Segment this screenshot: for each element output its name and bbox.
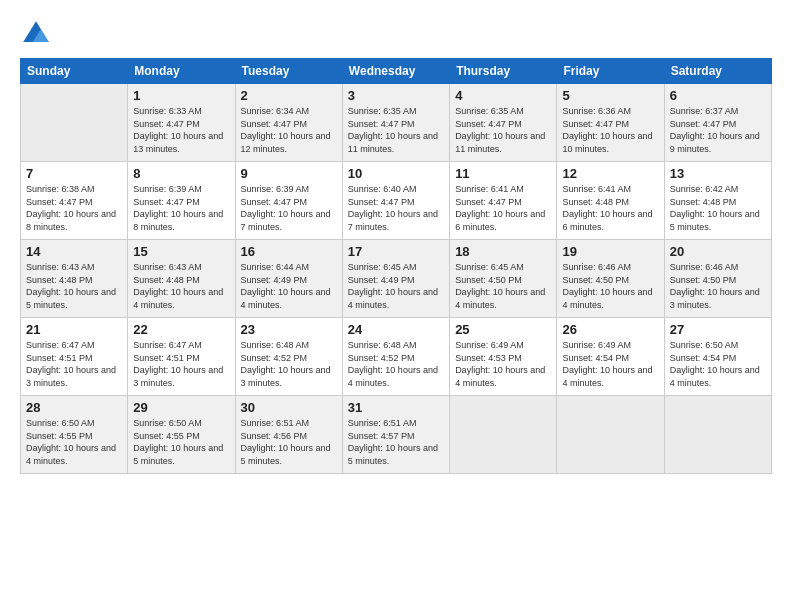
day-info: Sunrise: 6:37 AMSunset: 4:47 PMDaylight:…	[670, 105, 766, 155]
calendar-cell: 4Sunrise: 6:35 AMSunset: 4:47 PMDaylight…	[450, 84, 557, 162]
calendar-cell: 28Sunrise: 6:50 AMSunset: 4:55 PMDayligh…	[21, 396, 128, 474]
day-number: 4	[455, 88, 551, 103]
day-number: 8	[133, 166, 229, 181]
calendar-cell: 12Sunrise: 6:41 AMSunset: 4:48 PMDayligh…	[557, 162, 664, 240]
calendar-cell: 31Sunrise: 6:51 AMSunset: 4:57 PMDayligh…	[342, 396, 449, 474]
day-info: Sunrise: 6:36 AMSunset: 4:47 PMDaylight:…	[562, 105, 658, 155]
day-number: 2	[241, 88, 337, 103]
day-number: 31	[348, 400, 444, 415]
day-info: Sunrise: 6:39 AMSunset: 4:47 PMDaylight:…	[241, 183, 337, 233]
calendar-cell: 10Sunrise: 6:40 AMSunset: 4:47 PMDayligh…	[342, 162, 449, 240]
day-info: Sunrise: 6:46 AMSunset: 4:50 PMDaylight:…	[670, 261, 766, 311]
day-info: Sunrise: 6:47 AMSunset: 4:51 PMDaylight:…	[26, 339, 122, 389]
calendar-cell	[664, 396, 771, 474]
day-info: Sunrise: 6:41 AMSunset: 4:48 PMDaylight:…	[562, 183, 658, 233]
calendar-cell: 19Sunrise: 6:46 AMSunset: 4:50 PMDayligh…	[557, 240, 664, 318]
day-number: 15	[133, 244, 229, 259]
calendar-cell: 29Sunrise: 6:50 AMSunset: 4:55 PMDayligh…	[128, 396, 235, 474]
day-info: Sunrise: 6:49 AMSunset: 4:53 PMDaylight:…	[455, 339, 551, 389]
day-number: 28	[26, 400, 122, 415]
calendar-cell: 15Sunrise: 6:43 AMSunset: 4:48 PMDayligh…	[128, 240, 235, 318]
logo-icon	[20, 18, 52, 50]
day-number: 13	[670, 166, 766, 181]
calendar-cell: 27Sunrise: 6:50 AMSunset: 4:54 PMDayligh…	[664, 318, 771, 396]
calendar-week-row: 21Sunrise: 6:47 AMSunset: 4:51 PMDayligh…	[21, 318, 772, 396]
calendar-cell: 7Sunrise: 6:38 AMSunset: 4:47 PMDaylight…	[21, 162, 128, 240]
calendar-cell: 20Sunrise: 6:46 AMSunset: 4:50 PMDayligh…	[664, 240, 771, 318]
day-info: Sunrise: 6:47 AMSunset: 4:51 PMDaylight:…	[133, 339, 229, 389]
calendar-cell	[450, 396, 557, 474]
header-wednesday: Wednesday	[342, 59, 449, 84]
day-number: 11	[455, 166, 551, 181]
day-number: 12	[562, 166, 658, 181]
day-number: 25	[455, 322, 551, 337]
calendar-cell: 23Sunrise: 6:48 AMSunset: 4:52 PMDayligh…	[235, 318, 342, 396]
header-saturday: Saturday	[664, 59, 771, 84]
day-info: Sunrise: 6:46 AMSunset: 4:50 PMDaylight:…	[562, 261, 658, 311]
calendar-week-row: 14Sunrise: 6:43 AMSunset: 4:48 PMDayligh…	[21, 240, 772, 318]
day-info: Sunrise: 6:43 AMSunset: 4:48 PMDaylight:…	[26, 261, 122, 311]
calendar-cell: 2Sunrise: 6:34 AMSunset: 4:47 PMDaylight…	[235, 84, 342, 162]
logo	[20, 18, 56, 50]
day-info: Sunrise: 6:45 AMSunset: 4:50 PMDaylight:…	[455, 261, 551, 311]
day-number: 5	[562, 88, 658, 103]
day-number: 22	[133, 322, 229, 337]
header	[20, 18, 772, 50]
calendar-header-row: SundayMondayTuesdayWednesdayThursdayFrid…	[21, 59, 772, 84]
day-number: 10	[348, 166, 444, 181]
calendar-cell: 9Sunrise: 6:39 AMSunset: 4:47 PMDaylight…	[235, 162, 342, 240]
day-info: Sunrise: 6:34 AMSunset: 4:47 PMDaylight:…	[241, 105, 337, 155]
day-info: Sunrise: 6:51 AMSunset: 4:57 PMDaylight:…	[348, 417, 444, 467]
calendar-cell: 25Sunrise: 6:49 AMSunset: 4:53 PMDayligh…	[450, 318, 557, 396]
day-number: 27	[670, 322, 766, 337]
calendar-cell: 22Sunrise: 6:47 AMSunset: 4:51 PMDayligh…	[128, 318, 235, 396]
header-thursday: Thursday	[450, 59, 557, 84]
day-number: 26	[562, 322, 658, 337]
day-info: Sunrise: 6:50 AMSunset: 4:55 PMDaylight:…	[133, 417, 229, 467]
calendar-cell: 11Sunrise: 6:41 AMSunset: 4:47 PMDayligh…	[450, 162, 557, 240]
header-friday: Friday	[557, 59, 664, 84]
day-number: 14	[26, 244, 122, 259]
day-number: 20	[670, 244, 766, 259]
calendar-cell: 30Sunrise: 6:51 AMSunset: 4:56 PMDayligh…	[235, 396, 342, 474]
day-info: Sunrise: 6:50 AMSunset: 4:55 PMDaylight:…	[26, 417, 122, 467]
day-info: Sunrise: 6:44 AMSunset: 4:49 PMDaylight:…	[241, 261, 337, 311]
day-info: Sunrise: 6:45 AMSunset: 4:49 PMDaylight:…	[348, 261, 444, 311]
day-info: Sunrise: 6:35 AMSunset: 4:47 PMDaylight:…	[348, 105, 444, 155]
header-sunday: Sunday	[21, 59, 128, 84]
day-info: Sunrise: 6:42 AMSunset: 4:48 PMDaylight:…	[670, 183, 766, 233]
day-info: Sunrise: 6:33 AMSunset: 4:47 PMDaylight:…	[133, 105, 229, 155]
header-monday: Monday	[128, 59, 235, 84]
page: SundayMondayTuesdayWednesdayThursdayFrid…	[0, 0, 792, 612]
calendar-cell: 18Sunrise: 6:45 AMSunset: 4:50 PMDayligh…	[450, 240, 557, 318]
calendar-week-row: 1Sunrise: 6:33 AMSunset: 4:47 PMDaylight…	[21, 84, 772, 162]
day-number: 29	[133, 400, 229, 415]
calendar-week-row: 28Sunrise: 6:50 AMSunset: 4:55 PMDayligh…	[21, 396, 772, 474]
day-info: Sunrise: 6:41 AMSunset: 4:47 PMDaylight:…	[455, 183, 551, 233]
calendar-cell: 24Sunrise: 6:48 AMSunset: 4:52 PMDayligh…	[342, 318, 449, 396]
calendar-cell	[21, 84, 128, 162]
calendar-cell: 8Sunrise: 6:39 AMSunset: 4:47 PMDaylight…	[128, 162, 235, 240]
calendar-cell: 1Sunrise: 6:33 AMSunset: 4:47 PMDaylight…	[128, 84, 235, 162]
day-number: 30	[241, 400, 337, 415]
calendar-cell: 17Sunrise: 6:45 AMSunset: 4:49 PMDayligh…	[342, 240, 449, 318]
header-tuesday: Tuesday	[235, 59, 342, 84]
day-number: 7	[26, 166, 122, 181]
calendar-cell: 26Sunrise: 6:49 AMSunset: 4:54 PMDayligh…	[557, 318, 664, 396]
calendar-week-row: 7Sunrise: 6:38 AMSunset: 4:47 PMDaylight…	[21, 162, 772, 240]
day-info: Sunrise: 6:50 AMSunset: 4:54 PMDaylight:…	[670, 339, 766, 389]
day-number: 9	[241, 166, 337, 181]
day-info: Sunrise: 6:40 AMSunset: 4:47 PMDaylight:…	[348, 183, 444, 233]
day-info: Sunrise: 6:38 AMSunset: 4:47 PMDaylight:…	[26, 183, 122, 233]
day-info: Sunrise: 6:51 AMSunset: 4:56 PMDaylight:…	[241, 417, 337, 467]
calendar-cell	[557, 396, 664, 474]
day-number: 18	[455, 244, 551, 259]
calendar-cell: 21Sunrise: 6:47 AMSunset: 4:51 PMDayligh…	[21, 318, 128, 396]
day-info: Sunrise: 6:49 AMSunset: 4:54 PMDaylight:…	[562, 339, 658, 389]
calendar-cell: 3Sunrise: 6:35 AMSunset: 4:47 PMDaylight…	[342, 84, 449, 162]
calendar-cell: 5Sunrise: 6:36 AMSunset: 4:47 PMDaylight…	[557, 84, 664, 162]
day-info: Sunrise: 6:48 AMSunset: 4:52 PMDaylight:…	[348, 339, 444, 389]
day-number: 1	[133, 88, 229, 103]
day-number: 23	[241, 322, 337, 337]
day-number: 24	[348, 322, 444, 337]
